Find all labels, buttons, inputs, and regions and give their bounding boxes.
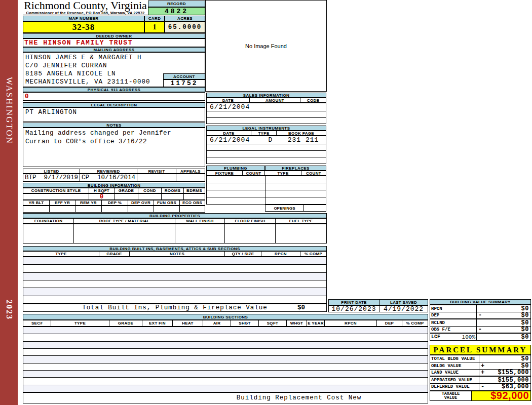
acres-label: ACRES	[165, 16, 205, 21]
county-header: Richmond County, Virginia Commissioner o…	[23, 1, 148, 15]
building-value-summary: RPCN $0 DEP -$0 RCLND $0 OBS F/E -$0 LCF…	[430, 305, 531, 341]
rooms-label: ROOMS	[162, 188, 184, 193]
record-value: 4822	[148, 7, 205, 15]
instruments-header-row: DATE TYPE BOOK PAGE	[206, 131, 326, 136]
physical-911-value: 0	[23, 92, 205, 101]
table-row	[207, 190, 326, 197]
table-row	[207, 144, 326, 151]
table-row	[23, 342, 428, 349]
table-row: 6/21/2004	[207, 103, 326, 111]
appeals-value	[176, 174, 205, 181]
table-row	[207, 151, 326, 157]
building-sections-rows	[23, 327, 428, 392]
sec-sqft-label: SQFT	[259, 320, 287, 326]
cond-label: COND	[138, 188, 162, 193]
table-row	[23, 296, 326, 303]
table-row	[23, 265, 326, 272]
parcel-summary: TOTAL BLDG VALUE $0 OBLDG VALUE +$0 LAND…	[430, 355, 531, 401]
built-ins-total-value: $0	[297, 304, 305, 311]
bvs-row: LCF100% $0	[430, 334, 531, 341]
reviewed-value: CP10/16/2014	[80, 174, 137, 181]
last-saved-value: 4/19/2022	[379, 306, 428, 312]
instruments-rows: 6/21/2004 D 231 211	[206, 136, 326, 164]
sec-num-label: SEC#	[23, 320, 51, 326]
parcel-row: APPRAISED VALUE $155,000	[430, 377, 531, 384]
sec-dep-label: DEP	[377, 320, 402, 326]
hsqft-value: 0	[89, 194, 115, 199]
instrument-bookpage-label: BOOK PAGE	[277, 131, 326, 135]
built-ins-total-row: Total Built Ins, Plumbing & Fireplace Va…	[23, 304, 327, 312]
acres-value: 65.0000	[165, 21, 205, 33]
sales-header-row: DATE AMOUNT CODE	[206, 98, 326, 103]
deppct-label: DEP %	[102, 200, 128, 205]
wall-finish-label: WALL FINISH	[175, 219, 225, 223]
construction-style-value	[23, 194, 89, 199]
remyr-label: REM YR	[75, 200, 102, 205]
card-label: CARD	[144, 16, 165, 21]
sales-code-label: CODE	[300, 98, 326, 102]
county-title: Richmond County, Virginia	[23, 1, 148, 11]
table-row: 6/21/2004 D 231 211	[207, 136, 326, 144]
sec-type-label: TYPE	[51, 320, 109, 326]
notes-value: Mailing address changed per Jennifer Cur…	[23, 128, 205, 167]
building-info-values-2	[23, 206, 205, 213]
table-row	[23, 378, 428, 385]
grade-value	[115, 194, 138, 199]
openings-value	[304, 205, 326, 211]
built-ins-total-label: Total Built Ins, Plumbing & Fireplace Va…	[23, 304, 326, 311]
openings-label: OPENINGS	[265, 205, 304, 211]
record-label: RECORD	[148, 1, 205, 7]
construction-style-label: CONSTRUCTION STYLE	[23, 188, 89, 193]
year-district-sidebar: WASHINGTON 2023	[0, 0, 18, 405]
sec-eyear-label: E YEAR	[307, 320, 325, 326]
parcel-summary-label: PARCEL SUMMARY	[430, 345, 531, 355]
sales-information-label: SALES INFORMATION	[206, 93, 326, 98]
district-label: WASHINGTON	[4, 77, 14, 144]
parcel-row: TOTAL BLDG VALUE $0	[430, 355, 531, 362]
builtin-notes-label: NOTES	[130, 252, 225, 256]
ecoobs-label: ECO OBS	[180, 200, 205, 205]
building-replacement-row: Building Replacement Cost New	[23, 392, 428, 403]
table-row	[207, 183, 326, 190]
sec-whgt-label: WHGT	[287, 320, 307, 326]
fireplaces-label: FIREPLACES	[265, 166, 326, 171]
print-date-value: 10/26/2023	[329, 306, 379, 312]
fireplace-count-label: COUNT	[301, 171, 326, 175]
built-ins-header: TYPE GRADE NOTES QTY / SIZE RPCN % COMP	[23, 251, 327, 257]
bvs-row: RPCN $0	[430, 305, 531, 312]
table-row	[23, 385, 428, 392]
print-date-label: PRINT DATE	[329, 300, 379, 305]
table-row	[23, 280, 326, 288]
building-value-summary-label: BUILDING VALUE SUMMARY	[430, 299, 531, 305]
table-row	[23, 371, 428, 378]
no-image-message: No Image Found	[245, 43, 287, 49]
builtin-comp-label: % COMP	[300, 252, 326, 256]
instrument-date-label: DATE	[207, 131, 251, 135]
plumbing-count-label: COUNT	[243, 171, 265, 175]
sec-extfin-label: EXT FIN	[142, 320, 173, 326]
cond-value	[138, 194, 162, 199]
last-saved-label: LAST SAVED	[379, 300, 428, 305]
hsqft-label: H SQFT	[89, 188, 115, 193]
fixture-label: FIXTURE	[207, 171, 243, 175]
taxable-value-row: TAXABLE VALUE $92,000	[430, 391, 531, 401]
building-info-header-2: YR BLT EFF YR REM YR DEP % DEP OVR FUN O…	[23, 200, 205, 206]
yrblt-label: YR BLT	[23, 200, 50, 205]
grade-label: GRADE	[115, 188, 138, 193]
table-row	[23, 288, 326, 296]
funobs-label: FUN OBS	[154, 200, 180, 205]
map-number-value: 32-38	[23, 21, 144, 33]
card-value: 1	[144, 21, 165, 33]
print-info-header: PRINT DATE LAST SAVED	[328, 299, 428, 305]
built-ins-rows	[23, 257, 327, 304]
account-value: 11752	[163, 79, 205, 87]
plumbing-label: PLUMBING	[206, 166, 265, 171]
reviewed-label: REVIEWED	[80, 169, 137, 173]
building-info-values-1: 0	[23, 193, 205, 200]
sec-shgt-label: SHGT	[231, 320, 259, 326]
notes-label: NOTES	[23, 123, 205, 128]
legal-description-value: PT ARLINGTON	[23, 107, 205, 122]
builtin-type-label: TYPE	[23, 252, 99, 256]
table-row	[23, 363, 428, 371]
tax-year-label: 2023	[5, 300, 14, 320]
